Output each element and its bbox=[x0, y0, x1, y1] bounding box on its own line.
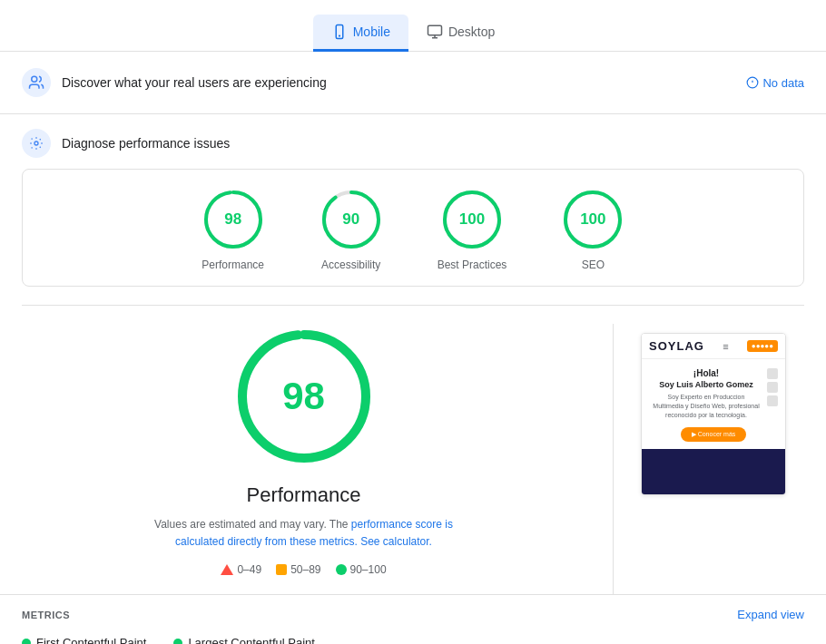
info-icon bbox=[746, 76, 759, 89]
tab-bar: Mobile Desktop bbox=[0, 0, 826, 52]
score-circle-performance: 98 bbox=[202, 188, 265, 251]
metrics-header: METRICS Expand view bbox=[0, 594, 826, 629]
preview-top-bar: SOYLAG ≡ ●●●●● bbox=[642, 334, 785, 359]
legend-green-icon bbox=[336, 564, 347, 575]
legend-red: 0–49 bbox=[221, 563, 261, 576]
score-value-accessibility: 90 bbox=[342, 210, 359, 229]
legend-orange-label: 50–89 bbox=[290, 563, 320, 576]
preview-hola: ¡Hola! bbox=[649, 368, 763, 378]
score-label-accessibility: Accessibility bbox=[321, 259, 380, 271]
legend-red-icon bbox=[221, 564, 233, 575]
preview-side-icon-3 bbox=[767, 395, 778, 406]
score-card-seo: 100 SEO bbox=[561, 188, 624, 271]
real-users-icon bbox=[22, 68, 51, 97]
diagnose-section: Diagnose performance issues bbox=[0, 114, 826, 169]
metric-fcp: First Contentful Paint bbox=[22, 636, 146, 644]
score-value-seo: 100 bbox=[580, 210, 605, 229]
score-card-performance: 98 Performance bbox=[202, 188, 265, 271]
tab-mobile[interactable]: Mobile bbox=[313, 15, 408, 52]
preview-side-icon-2 bbox=[767, 382, 778, 393]
preview-bottom bbox=[642, 449, 785, 494]
no-data-link[interactable]: No data bbox=[746, 76, 804, 90]
score-card-accessibility: 90 Accessibility bbox=[320, 188, 383, 271]
tab-desktop[interactable]: Desktop bbox=[408, 15, 513, 52]
metrics-label: METRICS bbox=[22, 610, 70, 620]
vertical-divider bbox=[613, 324, 614, 594]
score-circle-accessibility: 90 bbox=[320, 188, 383, 251]
diagnose-title: Diagnose performance issues bbox=[62, 136, 230, 151]
score-card-best-practices: 100 Best Practices bbox=[438, 188, 507, 271]
big-score-value: 98 bbox=[282, 375, 325, 418]
score-value-performance: 98 bbox=[224, 210, 241, 229]
legend: 0–49 50–89 90–100 bbox=[221, 563, 386, 576]
big-circle: 98 bbox=[231, 324, 377, 469]
metrics-row: First Contentful Paint Largest Contentfu… bbox=[0, 629, 826, 644]
diagnose-icon bbox=[22, 129, 51, 158]
preview-separator: ≡ bbox=[723, 341, 728, 352]
metric-fcp-label: First Contentful Paint bbox=[36, 636, 146, 644]
score-note: Values are estimated and may vary. The p… bbox=[145, 516, 463, 551]
tab-desktop-label: Desktop bbox=[448, 24, 495, 39]
real-users-left: Discover what your real users are experi… bbox=[22, 68, 327, 97]
metric-lcp-dot bbox=[173, 639, 182, 644]
big-score-area: 98 Performance Values are estimated and … bbox=[22, 324, 585, 594]
section-divider bbox=[22, 305, 804, 306]
preview-screenshot: SOYLAG ≡ ●●●●● ¡Hola! Soy Luis Alberto G… bbox=[641, 333, 786, 495]
desktop-icon bbox=[427, 24, 443, 40]
expand-view-link[interactable]: Expand view bbox=[737, 608, 804, 621]
main-content: 98 Performance Values are estimated and … bbox=[0, 324, 826, 594]
preview-area: SOYLAG ≡ ●●●●● ¡Hola! Soy Luis Alberto G… bbox=[641, 324, 804, 594]
preview-name: Soy Luis Alberto Gomez bbox=[649, 380, 763, 389]
score-label-performance: Performance bbox=[202, 259, 264, 271]
legend-orange: 50–89 bbox=[276, 563, 320, 576]
preview-side-icons bbox=[767, 368, 778, 424]
score-label-seo: SEO bbox=[582, 259, 605, 271]
svg-rect-2 bbox=[428, 25, 441, 35]
preview-desc: Soy Experto en ProduccionMultimedia y Di… bbox=[649, 393, 763, 419]
metric-lcp-label: Largest Contentful Paint bbox=[188, 636, 314, 644]
preview-hero: ¡Hola! Soy Luis Alberto Gomez Soy Expert… bbox=[642, 359, 785, 449]
big-score-label: Performance bbox=[247, 483, 361, 507]
legend-red-label: 0–49 bbox=[237, 563, 261, 576]
calculator-link[interactable]: See calculator. bbox=[360, 535, 432, 548]
legend-green-label: 90–100 bbox=[350, 563, 387, 576]
no-data-text: No data bbox=[762, 76, 804, 90]
score-cards: 98 Performance 90 Accessibility 100 Best… bbox=[22, 169, 804, 287]
preview-orange-btn[interactable]: ●●●●● bbox=[747, 340, 778, 352]
score-label-best-practices: Best Practices bbox=[438, 259, 507, 271]
preview-logo: SOYLAG bbox=[649, 339, 704, 353]
metric-fcp-dot bbox=[22, 639, 31, 644]
svg-point-9 bbox=[34, 141, 38, 145]
mobile-icon bbox=[331, 24, 348, 40]
preview-side-icon-1 bbox=[767, 368, 778, 379]
legend-orange-icon bbox=[276, 564, 287, 575]
score-circle-best-practices: 100 bbox=[440, 188, 504, 251]
svg-point-5 bbox=[32, 76, 37, 82]
score-value-best-practices: 100 bbox=[459, 210, 485, 229]
real-users-title: Discover what your real users are experi… bbox=[62, 75, 327, 90]
real-users-section: Discover what your real users are experi… bbox=[0, 52, 826, 114]
metric-lcp: Largest Contentful Paint bbox=[173, 636, 314, 644]
legend-green: 90–100 bbox=[336, 563, 387, 576]
score-circle-seo: 100 bbox=[561, 188, 624, 251]
preview-cta-btn[interactable]: ▶ Conocer más bbox=[681, 427, 747, 442]
tab-mobile-label: Mobile bbox=[353, 24, 390, 39]
